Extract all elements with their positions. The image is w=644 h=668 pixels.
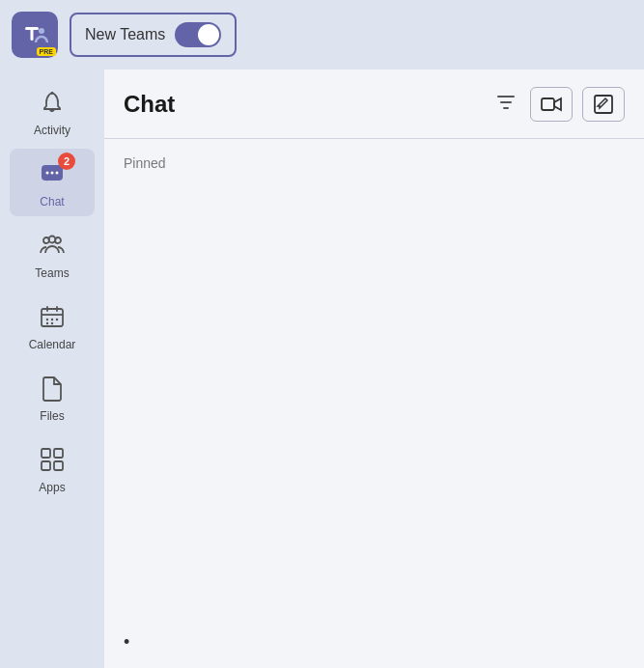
- svg-rect-18: [54, 449, 63, 458]
- pre-badge: PRE: [37, 47, 56, 56]
- video-camera-icon: [541, 96, 562, 113]
- top-bar: PRE New Teams: [0, 0, 644, 70]
- svg-rect-17: [42, 449, 50, 458]
- apps-icon-wrapper: [35, 442, 70, 477]
- sidebar-item-teams-label: Teams: [35, 266, 69, 280]
- filter-button[interactable]: [491, 88, 520, 121]
- video-call-button[interactable]: [530, 87, 573, 122]
- filter-icon: [495, 92, 517, 113]
- content-body: Pinned: [104, 139, 644, 625]
- sidebar-item-apps-label: Apps: [39, 481, 65, 494]
- bullet-char: •: [124, 632, 129, 652]
- svg-point-2: [39, 28, 44, 34]
- svg-point-3: [51, 92, 54, 95]
- teams-icon-wrapper: [35, 228, 70, 263]
- activity-icon-wrapper: [35, 85, 70, 120]
- main-layout: Activity 2 Chat: [0, 70, 644, 668]
- svg-rect-19: [42, 461, 50, 470]
- svg-point-7: [56, 172, 59, 175]
- sidebar-item-chat[interactable]: 2 Chat: [10, 149, 95, 216]
- svg-point-13: [51, 319, 53, 320]
- new-teams-label: New Teams: [85, 26, 165, 43]
- new-chat-button[interactable]: [582, 87, 625, 122]
- svg-rect-21: [542, 98, 554, 110]
- svg-point-5: [46, 172, 49, 175]
- files-icon-wrapper: [35, 371, 70, 405]
- bullet-indicator: •: [104, 625, 644, 668]
- compose-icon: [593, 94, 614, 115]
- content-area: Chat: [104, 70, 644, 668]
- sidebar-item-activity-label: Activity: [34, 124, 70, 137]
- chat-icon-wrapper: 2: [35, 156, 70, 191]
- sidebar-item-files-label: Files: [40, 409, 64, 423]
- teams-group-icon: [38, 232, 67, 259]
- file-icon: [40, 375, 65, 402]
- toggle-knob: [198, 24, 219, 45]
- sidebar-item-chat-label: Chat: [40, 195, 64, 209]
- sidebar-item-calendar-label: Calendar: [29, 338, 76, 351]
- toggle-switch[interactable]: [175, 22, 221, 47]
- sidebar-item-calendar[interactable]: Calendar: [10, 292, 95, 359]
- svg-point-15: [46, 322, 48, 324]
- content-header: Chat: [104, 70, 644, 139]
- new-teams-toggle[interactable]: New Teams: [70, 13, 237, 57]
- sidebar-item-files[interactable]: Files: [10, 363, 95, 431]
- svg-rect-1: [31, 27, 34, 41]
- calendar-icon: [39, 303, 66, 330]
- svg-point-12: [46, 319, 48, 320]
- page-title: Chat: [124, 91, 491, 118]
- bell-icon: [39, 89, 66, 116]
- sidebar-item-apps[interactable]: Apps: [10, 434, 95, 502]
- svg-rect-20: [54, 461, 63, 470]
- header-actions: [491, 87, 625, 122]
- svg-point-14: [56, 319, 58, 320]
- apps-grid-icon: [39, 446, 66, 473]
- calendar-icon-wrapper: [35, 299, 70, 334]
- sidebar: Activity 2 Chat: [0, 70, 104, 668]
- svg-point-16: [51, 322, 53, 324]
- sidebar-item-activity[interactable]: Activity: [10, 77, 95, 145]
- svg-point-6: [51, 172, 54, 175]
- sidebar-item-teams[interactable]: Teams: [10, 220, 95, 288]
- chat-badge: 2: [58, 153, 75, 170]
- teams-logo: PRE: [12, 12, 58, 58]
- pinned-label: Pinned: [124, 155, 166, 171]
